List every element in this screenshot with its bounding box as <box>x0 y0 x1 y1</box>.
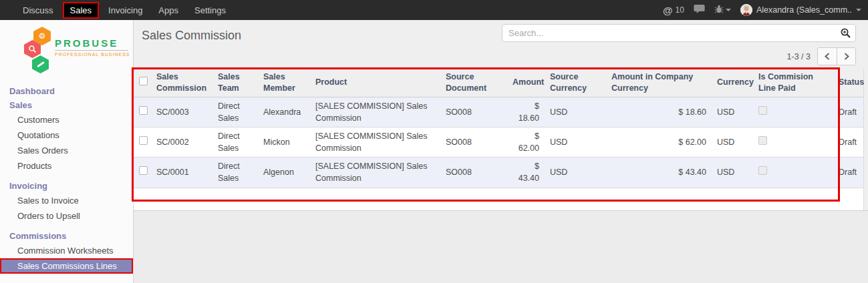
nav-item-settings[interactable]: Settings <box>188 2 233 19</box>
logo-subtitle: PROFESSIONAL BUSINESS <box>55 50 128 57</box>
is-paid-checkbox[interactable] <box>758 106 767 115</box>
cell-sales-commission: SC/0001 <box>151 158 212 188</box>
messages-button[interactable] <box>694 4 705 16</box>
mentions-counter[interactable]: @ 10 <box>663 5 684 16</box>
select-all-checkbox[interactable] <box>139 77 148 85</box>
table-header-row: Sales Commission Sales Team Sales Member… <box>134 69 863 97</box>
col-header-currency[interactable]: Currency <box>712 69 753 97</box>
pager-previous-button[interactable] <box>818 48 837 65</box>
chevron-down-icon <box>856 9 861 11</box>
cell-source-currency: USD <box>545 97 606 127</box>
commission-lines-table: Sales Commission Sales Team Sales Member… <box>134 69 863 188</box>
table-empty-area <box>134 188 863 210</box>
records-sheet: Sales Commission Sales Team Sales Member… <box>134 69 864 210</box>
col-header-source-currency[interactable]: Source Currency <box>545 69 606 97</box>
nav-item-discuss[interactable]: Discuss <box>16 2 60 19</box>
sidebar-item-sales-commissions-lines[interactable]: Sales Commissions Lines <box>0 258 133 274</box>
cell-status: Draft <box>833 158 863 188</box>
cell-sales-team: Direct Sales <box>212 158 258 188</box>
cell-product: [SALES COMMISSION] Sales Commission <box>310 97 440 127</box>
main-content: Sales Commission 1-3 / 3 <box>134 20 868 283</box>
sidebar-item-orders-to-upsell[interactable]: Orders to Upsell <box>0 208 133 224</box>
search-input[interactable] <box>502 24 856 42</box>
sidebar-item-quotations[interactable]: Quotations <box>0 127 133 143</box>
is-paid-checkbox[interactable] <box>758 136 767 145</box>
row-select-checkbox[interactable] <box>139 166 148 175</box>
cell-amount: $ 43.40 <box>507 158 545 188</box>
nav-item-invoicing[interactable]: Invoicing <box>102 2 149 19</box>
cell-amount: $ 18.60 <box>507 97 545 127</box>
cell-sales-member: Mickon <box>258 127 310 158</box>
pager-next-button[interactable] <box>837 48 855 65</box>
row-select-checkbox[interactable] <box>139 106 148 115</box>
sidebar-heading-reports[interactable]: Reports <box>0 279 133 283</box>
avatar <box>740 4 752 16</box>
sidebar-heading-commissions[interactable]: Commissions <box>0 229 133 243</box>
cell-sales-member: Algenon <box>258 158 310 188</box>
col-header-source-document[interactable]: Source Document <box>440 69 507 97</box>
table-row[interactable]: SC/0001 Direct Sales Algenon [SALES COMM… <box>134 158 863 188</box>
chevron-down-icon <box>726 9 731 11</box>
cell-product: [SALES COMMISSION] Sales Commission <box>310 158 440 188</box>
tools-icon <box>32 55 49 73</box>
table-row[interactable]: SC/0002 Direct Sales Mickon [SALES COMMI… <box>134 127 863 158</box>
sidebar-menu: Dashboard Sales Customers Quotations Sal… <box>0 84 133 283</box>
content-background <box>134 210 868 283</box>
sidebar-item-sales-to-invoice[interactable]: Sales to Invoice <box>0 193 133 208</box>
cell-currency: USD <box>712 127 753 158</box>
cell-amount-company: $ 43.40 <box>606 158 712 188</box>
bug-icon <box>714 5 724 16</box>
sidebar: ⚙ PROBUSE PROFESSIONAL BUSINESS Dashboar… <box>0 20 134 283</box>
cell-sales-team: Direct Sales <box>212 127 258 158</box>
cell-source-currency: USD <box>545 127 606 158</box>
sidebar-item-sales-orders[interactable]: Sales Orders <box>0 143 133 158</box>
cell-sales-commission: SC/0002 <box>151 127 212 158</box>
search-icon[interactable] <box>840 27 851 41</box>
sidebar-item-commission-worksheets[interactable]: Commission Worksheets <box>0 243 133 258</box>
cell-amount: $ 62.00 <box>507 127 545 158</box>
nav-item-sales[interactable]: Sales <box>63 2 100 19</box>
table-row[interactable]: SC/0003 Direct Sales Alexandra [SALES CO… <box>134 97 863 127</box>
col-header-sales-member[interactable]: Sales Member <box>258 69 310 97</box>
cell-status: Draft <box>833 97 863 127</box>
cell-amount-company: $ 62.00 <box>606 127 712 158</box>
cell-source-document: SO008 <box>440 97 507 127</box>
col-header-is-commision-line-paid[interactable]: Is Commision Line Paid <box>753 69 833 97</box>
cell-product: [SALES COMMISSION] Sales Commission <box>310 127 440 158</box>
cell-sales-member: Alexandra <box>258 97 310 127</box>
sidebar-heading-invoicing[interactable]: Invoicing <box>0 179 133 193</box>
at-icon: @ <box>663 5 673 16</box>
debug-menu-button[interactable] <box>714 5 731 16</box>
cell-currency: USD <box>712 97 753 127</box>
col-header-amount-company-currency[interactable]: Amount in Company Currency <box>606 69 712 97</box>
col-header-product[interactable]: Product <box>310 69 440 97</box>
cell-status: Draft <box>833 127 863 158</box>
pager-range: 1-3 / 3 <box>787 52 811 61</box>
cell-source-currency: USD <box>545 158 606 188</box>
cell-currency: USD <box>712 158 753 188</box>
nav-item-apps[interactable]: Apps <box>152 2 185 19</box>
cell-sales-commission: SC/0003 <box>151 97 212 127</box>
is-paid-checkbox[interactable] <box>758 166 767 175</box>
chat-bubble-icon <box>694 4 705 16</box>
cell-amount-company: $ 18.60 <box>606 97 712 127</box>
user-menu[interactable]: Alexandra (Sales_comm.. <box>740 4 861 16</box>
sidebar-item-dashboard[interactable]: Dashboard <box>0 84 133 98</box>
sidebar-item-products[interactable]: Products <box>0 158 133 174</box>
col-header-amount[interactable]: Amount <box>507 69 545 97</box>
cell-source-document: SO008 <box>440 158 507 188</box>
probuse-logo: ⚙ PROBUSE PROFESSIONAL BUSINESS <box>24 27 133 79</box>
col-header-status[interactable]: Status <box>833 69 863 97</box>
sidebar-heading-sales[interactable]: Sales <box>0 98 133 112</box>
control-panel: Sales Commission 1-3 / 3 <box>134 20 868 69</box>
cell-source-document: SO008 <box>440 127 507 158</box>
cell-sales-team: Direct Sales <box>212 97 258 127</box>
logo-title: PROBUSE <box>55 37 128 49</box>
col-header-sales-team[interactable]: Sales Team <box>212 69 258 97</box>
mention-count: 10 <box>676 5 684 15</box>
row-select-checkbox[interactable] <box>139 136 148 145</box>
user-name: Alexandra (Sales_comm.. <box>756 5 852 15</box>
top-navbar: Discuss Sales Invoicing Apps Settings @ … <box>0 0 868 20</box>
col-header-sales-commission[interactable]: Sales Commission <box>151 69 212 97</box>
sidebar-item-customers[interactable]: Customers <box>0 112 133 127</box>
